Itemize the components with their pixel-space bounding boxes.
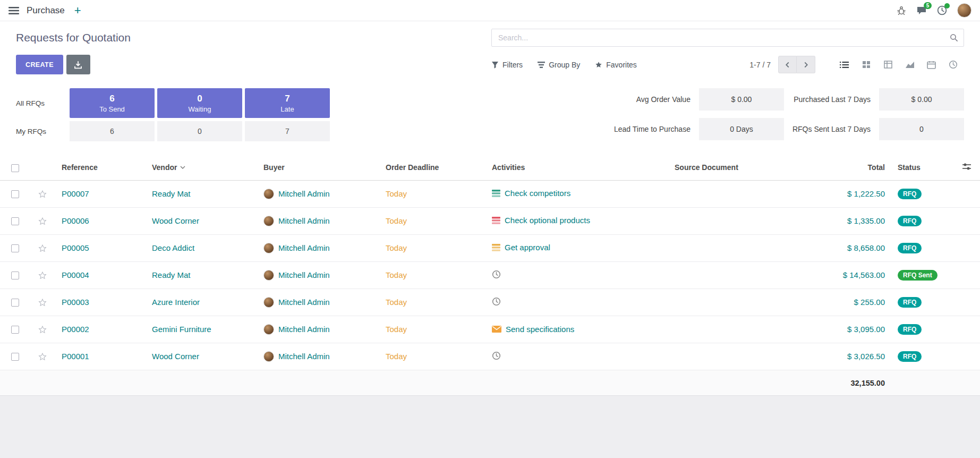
table-row[interactable]: P00005 Deco Addict Mitchell Admin Today … <box>0 234 980 261</box>
reference-link[interactable]: P00005 <box>62 243 89 252</box>
activity-cell[interactable]: Send specifications <box>492 325 574 334</box>
list-activity-icon <box>492 244 500 251</box>
buyer-link[interactable]: Mitchell Admin <box>278 325 330 334</box>
row-checkbox[interactable] <box>11 272 19 279</box>
graph-view-icon[interactable] <box>899 56 921 73</box>
vendor-link[interactable]: Ready Mat <box>152 189 191 198</box>
quick-add-icon[interactable]: + <box>74 5 81 16</box>
row-checkbox[interactable] <box>11 190 19 198</box>
buyer-link[interactable]: Mitchell Admin <box>278 216 330 225</box>
my-late-cell[interactable]: 7 <box>245 121 330 141</box>
favorite-star-icon[interactable] <box>38 217 47 226</box>
header-buyer[interactable]: Buyer <box>257 155 379 180</box>
messages-icon[interactable]: 5 <box>916 6 927 15</box>
activity-label[interactable]: Check optional products <box>505 216 590 225</box>
pager-previous-button[interactable] <box>778 56 797 73</box>
reference-link[interactable]: P00004 <box>62 270 89 279</box>
pager-next-button[interactable] <box>797 56 815 73</box>
search-input[interactable] <box>497 33 950 43</box>
activity-cell[interactable] <box>492 351 501 360</box>
buyer-link[interactable]: Mitchell Admin <box>278 189 330 198</box>
filters-button[interactable]: Filters <box>491 61 523 69</box>
user-avatar[interactable] <box>957 3 972 18</box>
sort-chevron-down-icon <box>180 166 185 169</box>
buyer-link[interactable]: Mitchell Admin <box>278 243 330 252</box>
activities-clock-icon[interactable] <box>937 5 947 15</box>
rfqs-sent-last-7-days[interactable]: 0 <box>879 118 964 140</box>
messages-badge: 5 <box>924 2 932 9</box>
calendar-view-icon[interactable] <box>921 56 942 73</box>
vendor-link[interactable]: Deco Addict <box>152 243 194 252</box>
buyer-avatar <box>263 243 274 253</box>
favorite-star-icon[interactable] <box>38 244 47 253</box>
reference-link[interactable]: P00007 <box>62 189 89 198</box>
table-row[interactable]: P00007 Ready Mat Mitchell Admin Today Ch… <box>0 180 980 207</box>
activity-label[interactable]: Check competitors <box>505 189 570 198</box>
kanban-view-icon[interactable] <box>855 56 877 73</box>
favorite-star-icon[interactable] <box>38 352 47 361</box>
header-status[interactable]: Status <box>891 155 953 180</box>
to-send-card[interactable]: 6 To Send <box>70 88 155 118</box>
reference-link[interactable]: P00002 <box>62 325 89 334</box>
header-vendor[interactable]: Vendor <box>146 155 257 180</box>
activity-cell[interactable] <box>492 270 501 279</box>
avg-order-value[interactable]: $ 0.00 <box>699 88 784 111</box>
list-view-icon[interactable] <box>833 56 855 73</box>
favorite-star-icon[interactable] <box>38 190 47 199</box>
debug-bug-icon[interactable] <box>897 6 906 15</box>
vendor-link[interactable]: Wood Corner <box>152 352 199 361</box>
app-name[interactable]: Purchase <box>27 5 65 16</box>
activity-label[interactable]: Send specifications <box>506 325 574 334</box>
row-checkbox[interactable] <box>11 217 19 225</box>
hamburger-menu-icon[interactable] <box>8 6 19 15</box>
vendor-link[interactable]: Azure Interior <box>152 298 200 307</box>
row-checkbox[interactable] <box>11 353 19 361</box>
select-all-checkbox[interactable] <box>11 164 19 172</box>
late-card[interactable]: 7 Late <box>245 88 330 118</box>
row-checkbox[interactable] <box>11 244 19 252</box>
table-row[interactable]: P00002 Gemini Furniture Mitchell Admin T… <box>0 316 980 343</box>
activity-cell[interactable] <box>492 297 501 306</box>
vendor-link[interactable]: Gemini Furniture <box>152 325 211 334</box>
purchased-last-7-days[interactable]: $ 0.00 <box>879 88 964 111</box>
table-row[interactable]: P00001 Wood Corner Mitchell Admin Today … <box>0 343 980 370</box>
favorites-button[interactable]: Favorites <box>595 61 637 69</box>
grand-total: 32,155.00 <box>850 379 885 387</box>
export-button[interactable] <box>66 55 90 74</box>
favorite-star-icon[interactable] <box>38 271 47 280</box>
activity-view-icon[interactable] <box>942 56 964 73</box>
activity-cell[interactable]: Check optional products <box>492 216 590 225</box>
group-by-button[interactable]: Group By <box>538 61 580 69</box>
vendor-link[interactable]: Ready Mat <box>152 270 191 279</box>
header-total[interactable]: Total <box>790 155 891 180</box>
reference-link[interactable]: P00006 <box>62 216 89 225</box>
table-row[interactable]: P00006 Wood Corner Mitchell Admin Today … <box>0 207 980 234</box>
header-order-deadline[interactable]: Order Deadline <box>379 155 485 180</box>
activity-label[interactable]: Get approval <box>505 243 550 252</box>
buyer-link[interactable]: Mitchell Admin <box>278 270 330 279</box>
vendor-link[interactable]: Wood Corner <box>152 216 199 225</box>
my-to-send-cell[interactable]: 6 <box>70 121 155 141</box>
lead-time-value[interactable]: 0 Days <box>699 118 784 140</box>
header-reference[interactable]: Reference <box>55 155 146 180</box>
pivot-view-icon[interactable] <box>877 56 899 73</box>
buyer-link[interactable]: Mitchell Admin <box>278 298 330 307</box>
reference-link[interactable]: P00001 <box>62 352 89 361</box>
table-row[interactable]: P00003 Azure Interior Mitchell Admin Tod… <box>0 289 980 316</box>
favorite-star-icon[interactable] <box>38 325 47 334</box>
search-icon[interactable] <box>950 33 958 42</box>
favorite-star-icon[interactable] <box>38 298 47 307</box>
activity-cell[interactable]: Get approval <box>492 243 550 252</box>
optional-columns-button[interactable] <box>953 155 980 180</box>
my-waiting-cell[interactable]: 0 <box>157 121 242 141</box>
reference-link[interactable]: P00003 <box>62 298 89 307</box>
row-checkbox[interactable] <box>11 326 19 334</box>
buyer-link[interactable]: Mitchell Admin <box>278 352 330 361</box>
activity-cell[interactable]: Check competitors <box>492 189 570 198</box>
table-row[interactable]: P00004 Ready Mat Mitchell Admin Today $ … <box>0 261 980 289</box>
create-button[interactable]: CREATE <box>16 55 63 74</box>
header-activities[interactable]: Activities <box>485 155 668 180</box>
header-source-document[interactable]: Source Document <box>668 155 790 180</box>
row-checkbox[interactable] <box>11 299 19 307</box>
waiting-card[interactable]: 0 Waiting <box>157 88 242 118</box>
